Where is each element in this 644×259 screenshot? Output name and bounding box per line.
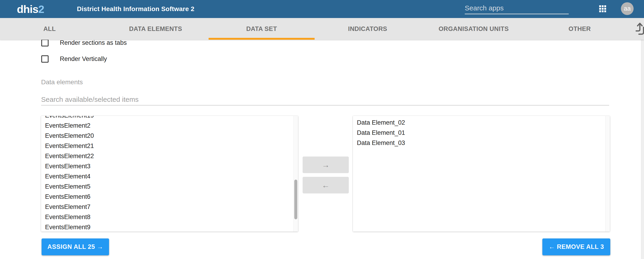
search-apps-field <box>465 2 569 14</box>
available-item-eventselement5[interactable]: EventsElement5 <box>41 181 293 192</box>
selected-item-data-element-03[interactable]: Data Element_03 <box>353 138 605 148</box>
tab-all[interactable]: ALL <box>0 18 102 40</box>
app-header: dhis2 District Health Information Softwa… <box>0 0 644 18</box>
selected-item-data-element-02[interactable]: Data Element_02 <box>353 117 605 128</box>
checkbox-render-sections-as-tabs[interactable] <box>41 39 48 46</box>
available-items-clip: EventsElement19EventsElement2EventsEleme… <box>41 116 293 232</box>
upload-arrow-icon[interactable] <box>636 22 644 38</box>
logo-accent-text: 2 <box>38 3 44 15</box>
available-items-list: EventsElement19EventsElement2EventsEleme… <box>41 116 298 232</box>
available-item-eventselement9[interactable]: EventsElement9 <box>41 222 293 232</box>
checkbox-render-vertically[interactable] <box>41 55 48 62</box>
items-filter-field <box>41 93 609 105</box>
apps-grid-icon[interactable] <box>599 5 606 13</box>
selected-items-clip: Data Element_02Data Element_01Data Eleme… <box>353 116 605 232</box>
available-item-eventselement21[interactable]: EventsElement21 <box>41 141 293 151</box>
assign-all-button[interactable]: ASSIGN ALL 25 → <box>42 239 109 255</box>
logo-text: dhis <box>17 3 38 15</box>
available-item-eventselement3[interactable]: EventsElement3 <box>41 161 293 171</box>
tab-data-set[interactable]: DATA SET <box>208 18 314 40</box>
available-list-scrollbar-thumb[interactable] <box>294 180 297 219</box>
render-sections-as-tabs-row: Render sections as tabs <box>41 39 127 46</box>
available-list-scrollbar-track[interactable] <box>293 116 298 232</box>
move-selected-left-button[interactable]: ← <box>302 177 349 194</box>
tab-data-elements[interactable]: DATA ELEMENTS <box>102 18 208 40</box>
selected-items-rows: Data Element_02Data Element_01Data Eleme… <box>353 117 605 148</box>
selected-items-list: Data Element_02Data Element_01Data Eleme… <box>353 116 610 232</box>
available-items-rows: EventsElement19EventsElement2EventsEleme… <box>41 116 293 232</box>
available-item-eventselement2[interactable]: EventsElement2 <box>41 120 293 131</box>
available-item-eventselement20[interactable]: EventsElement20 <box>41 131 293 141</box>
dhis2-logo: dhis2 <box>17 0 44 18</box>
page: dhis2 District Health Information Softwa… <box>0 0 644 259</box>
render-vertically-row: Render Vertically <box>41 55 107 62</box>
checkbox-label: Render sections as tabs <box>60 39 127 46</box>
search-apps-input[interactable] <box>465 2 569 14</box>
items-filter-underline <box>41 105 609 105</box>
page-scrollbar-track[interactable] <box>641 40 644 259</box>
tab-indicators[interactable]: INDICATORS <box>314 18 421 40</box>
user-avatar[interactable]: aa <box>621 2 634 15</box>
app-title: District Health Information Software 2 <box>77 0 194 18</box>
data-elements-label: Data elements <box>41 78 83 86</box>
tab-bar: ALLDATA ELEMENTSDATA SETINDICATORSORGANI… <box>0 18 644 40</box>
tab-organisation-units[interactable]: ORGANISATION UNITS <box>421 18 527 40</box>
items-filter-input[interactable] <box>41 93 609 105</box>
selected-item-data-element-01[interactable]: Data Element_01 <box>353 128 605 138</box>
available-item-eventselement6[interactable]: EventsElement6 <box>41 192 293 202</box>
tabs: ALLDATA ELEMENTSDATA SETINDICATORSORGANI… <box>0 18 633 40</box>
available-item-eventselement4[interactable]: EventsElement4 <box>41 171 293 181</box>
available-item-eventselement22[interactable]: EventsElement22 <box>41 151 293 161</box>
remove-all-button[interactable]: ← REMOVE ALL 3 <box>542 239 610 255</box>
available-item-eventselement7[interactable]: EventsElement7 <box>41 202 293 212</box>
available-item-eventselement19[interactable]: EventsElement19 <box>41 116 293 120</box>
checkbox-label: Render Vertically <box>60 55 107 62</box>
tab-other[interactable]: OTHER <box>527 18 633 40</box>
available-item-eventselement8[interactable]: EventsElement8 <box>41 212 293 222</box>
selected-list-scrollbar-track[interactable] <box>605 116 610 232</box>
move-selected-right-button[interactable]: → <box>302 157 349 173</box>
